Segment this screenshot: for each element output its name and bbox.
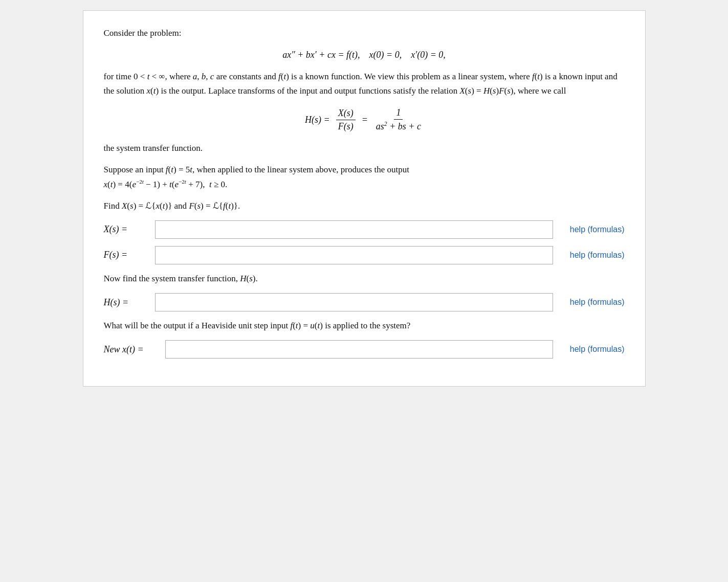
xs-help-link[interactable]: help (formulas): [558, 225, 625, 234]
hs-label: H(s) =: [104, 297, 150, 308]
fs-help-link[interactable]: help (formulas): [558, 251, 625, 260]
heaviside-paragraph: What will be the output if a Heaviside u…: [104, 319, 625, 333]
xs-input-row: X(s) = help (formulas): [104, 220, 625, 239]
newxt-input[interactable]: [165, 340, 553, 359]
transfer-function-display: H(s) = X(s) F(s) = 1 as2 + bs + c: [104, 107, 625, 132]
fs-label: F(s) =: [104, 250, 150, 260]
transfer-fn-label: the system transfer function.: [104, 141, 625, 155]
fraction-denominator: F(s): [336, 120, 356, 132]
newxt-help-link[interactable]: help (formulas): [558, 345, 625, 354]
fs-input-row: F(s) = help (formulas): [104, 246, 625, 264]
hs-input[interactable]: [155, 293, 553, 311]
problem-title: Consider the problem:: [104, 26, 625, 40]
fraction-1-numerator: 1: [394, 107, 403, 120]
xs-input[interactable]: [155, 220, 553, 239]
fraction-1-poly: 1 as2 + bs + c: [374, 107, 423, 132]
xs-label: X(s) =: [104, 224, 150, 235]
hs-help-link[interactable]: help (formulas): [558, 298, 625, 307]
fraction-xs-fs: X(s) F(s): [336, 108, 356, 132]
fraction-numerator: X(s): [336, 108, 356, 120]
newxt-label: New x(t) =: [104, 344, 160, 355]
intro-paragraph: for time 0 < t < ∞, where a, b, c are co…: [104, 70, 625, 98]
fraction-1-denominator: as2 + bs + c: [374, 120, 423, 132]
page-container: Consider the problem: ax″ + bx′ + cx = f…: [83, 10, 646, 387]
title-text: Consider the problem:: [104, 28, 182, 38]
find-paragraph: Find X(s) = ℒ{x(t)} and F(s) = ℒ{f(t)}.: [104, 199, 625, 213]
suppose-paragraph: Suppose an input f(t) = 5t, when applied…: [104, 163, 625, 192]
hs-input-row: H(s) = help (formulas): [104, 293, 625, 311]
now-find-paragraph: Now find the system transfer function, H…: [104, 272, 625, 286]
fs-input[interactable]: [155, 246, 553, 264]
main-equation: ax″ + bx′ + cx = f(t), x(0) = 0, x′(0) =…: [104, 50, 625, 60]
newxt-input-row: New x(t) = help (formulas): [104, 340, 625, 359]
